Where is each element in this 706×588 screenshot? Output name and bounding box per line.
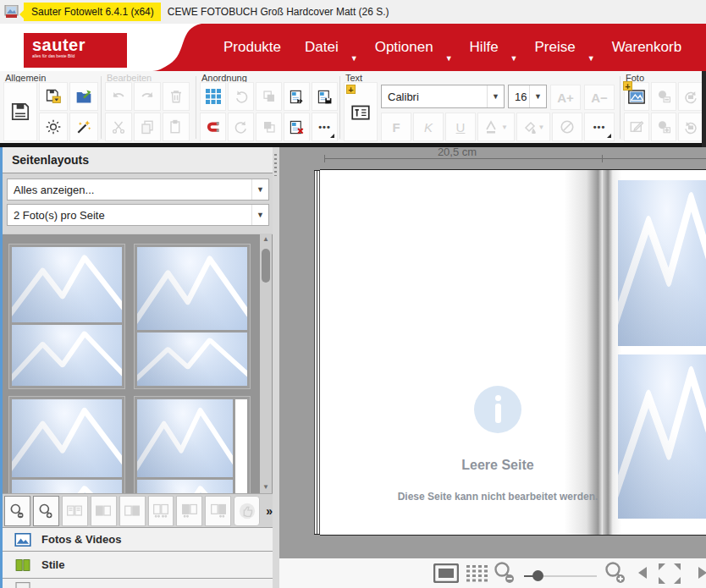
partial-icon [14,581,31,588]
menu-warenkorb[interactable]: Warenkorb [600,34,694,61]
apply-layout-all-button[interactable] [284,82,310,111]
edit-photo-button [624,113,649,141]
accordion-next-partial[interactable] [0,578,273,588]
section-label: Allgemein [3,71,98,82]
assistant-wand-button[interactable] [69,113,98,141]
accordion-label: Fotos & Videos [41,533,121,546]
photo-placeholder[interactable] [618,354,706,519]
zoom-slider-knob[interactable] [532,570,543,581]
font-color-button: ▼ [477,113,515,141]
chevron-down-icon: ▼ [251,205,268,225]
page-stack-edge [314,170,320,535]
photo-zoom-out-button [651,82,676,111]
remove-layout-button[interactable] [284,113,310,141]
corner-expand-icon [607,134,611,138]
app-window: Sauter Fotowelt 6.4.1 (x64) CEWE FOTOBUC… [0,0,706,588]
thumbs-zoom-in-button[interactable] [33,496,59,526]
section-label: Bearbeiten [105,71,193,82]
save-as-button[interactable] [39,82,68,111]
next-page-button[interactable] [698,567,706,579]
photo-placeholder [12,325,122,386]
layout-thumbnail[interactable] [134,396,251,493]
underline-button: U [445,113,476,141]
window-title: CEWE FOTOBUCH Groß Hardcover Matt (26 S.… [168,6,389,18]
layout-category-select[interactable]: Alles anzeigen... ▼ [7,179,269,201]
photo-placeholder [137,332,247,385]
layout-thumbnail[interactable] [8,396,125,493]
layout-thumbnail[interactable] [8,244,125,389]
decrease-font-button: A− [584,85,615,110]
scroll-down-icon[interactable]: ▼ [260,481,272,493]
italic-button: K [413,113,444,141]
photos-icon [14,533,31,547]
corner-expand-icon [330,134,334,138]
menu-produkte[interactable]: Produkte [212,34,293,61]
chevron-down-icon: ▼ [445,54,453,63]
save-button[interactable] [3,82,37,141]
photo-placeholder[interactable] [618,180,706,346]
layout-filter-both-button [62,496,88,526]
ribbon-toolbar: Allgemein [0,71,706,143]
rotate-left-button [228,82,254,111]
panel-accent-line [0,147,3,588]
layout-filter-left-button [91,496,117,526]
chevron-down-icon: ▼ [538,124,545,131]
save-layout-button[interactable] [312,82,338,111]
font-size-select[interactable]: 16 ▼ [508,85,547,108]
add-photo-button[interactable]: + [624,82,649,111]
thumbs-zoom-out-button[interactable] [4,496,30,526]
panel-splitter[interactable] [273,147,279,588]
accordion-fotos-videos[interactable]: Fotos & Videos [0,527,273,551]
main-menubar: sauter alles für das beste Bild Produkte… [0,24,706,71]
photo-placeholder [137,480,233,493]
scroll-up-icon[interactable]: ▲ [260,234,272,245]
window-edge [702,71,706,147]
ruler-tick [602,155,603,162]
zoom-in-button[interactable] [604,561,627,588]
layout-thumbnail[interactable] [134,244,251,389]
menu-preise[interactable]: Preise [523,34,587,61]
snap-magnet-button[interactable] [200,113,226,141]
menu-hilfe[interactable]: Hilfe [458,34,510,61]
info-icon [474,386,521,433]
font-family-select[interactable]: Calibri ▼ [381,85,505,108]
titlebar: Sauter Fotowelt 6.4.1 (x64) CEWE FOTOBUC… [0,0,706,24]
section-label: Anordnung [200,71,337,82]
page-width-label: 20,5 cm [372,146,542,158]
right-page[interactable] [608,169,706,536]
thumbnails-scrollbar[interactable]: ▲ ▼ [260,234,272,493]
scrollbar-thumb[interactable] [262,249,270,283]
zoom-out-button[interactable] [493,561,516,588]
sauter-logo[interactable]: sauter alles für das beste Bild [24,33,127,68]
single-page-view-button[interactable] [433,563,459,586]
open-export-button[interactable] [69,82,98,111]
undo-button [105,82,132,111]
grid-toggle-button[interactable] [200,82,226,111]
panel-header: Seitenlayouts [0,147,273,173]
chevron-down-icon: ▼ [350,54,358,63]
section-bearbeiten: Bearbeiten [105,71,193,143]
layout-pages-left-button [176,496,202,526]
tools-overflow-button[interactable]: » [266,504,273,518]
cut-button [105,113,132,141]
add-textbox-button[interactable]: + [344,82,378,141]
left-page[interactable]: Leere Seite Diese Seite kann nicht bearb… [320,169,598,536]
photos-per-page-select[interactable]: 2 Foto(s) pro Seite ▼ [7,204,269,226]
section-allgemein: Allgemein [3,71,98,143]
increase-font-button: A+ [550,85,581,110]
settings-button[interactable] [39,113,68,141]
grid-view-button[interactable] [466,565,488,585]
arrangement-more-button[interactable]: ••• [312,113,338,141]
accordion-stile[interactable]: Stile [0,551,273,578]
text-more-button[interactable]: ••• [584,113,615,141]
menu-optionen[interactable]: Optionen [363,34,445,61]
previous-page-button[interactable] [638,567,647,579]
plus-badge-icon: + [346,85,356,94]
fullscreen-button[interactable] [657,562,682,588]
section-divider [196,76,196,139]
menu-datei[interactable]: Datei [293,34,350,61]
layout-filter-right-button [119,496,146,526]
bring-to-front-button [256,82,282,111]
rotate-right-button [228,113,254,141]
section-divider [620,76,621,139]
